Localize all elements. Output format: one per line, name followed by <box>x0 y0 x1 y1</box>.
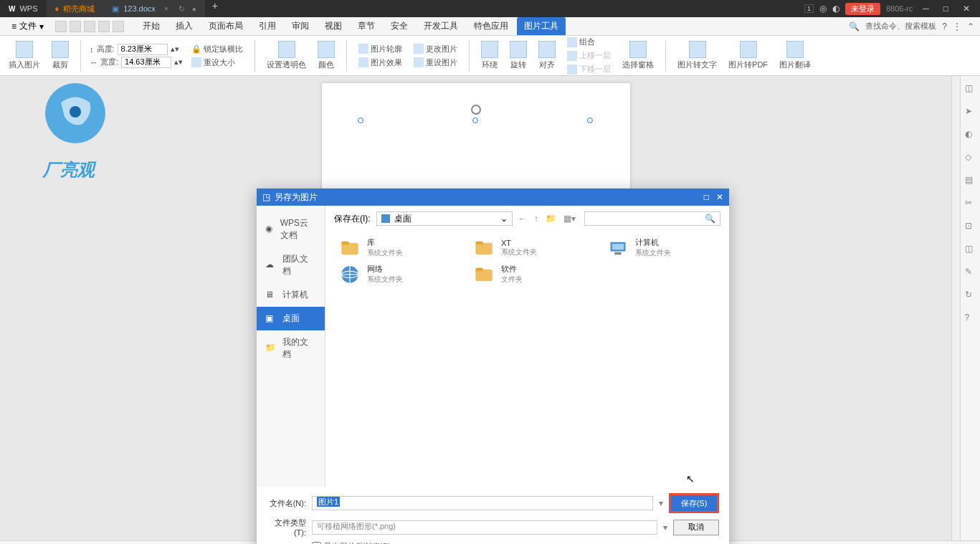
sidebar-computer[interactable]: 🖥计算机 <box>257 283 325 307</box>
up-icon[interactable]: ↑ <box>534 214 538 224</box>
transparency-group[interactable]: 设置透明色 <box>264 41 309 70</box>
outline-icon[interactable]: ▤ <box>965 175 976 186</box>
print-icon[interactable] <box>70 21 81 32</box>
group-button[interactable]: 组合 <box>564 35 614 49</box>
selection-handle[interactable] <box>358 118 363 123</box>
height-input[interactable] <box>118 44 168 55</box>
tab-image-tools[interactable]: 图片工具 <box>517 17 566 35</box>
align-group[interactable]: 对齐 <box>536 41 558 70</box>
move-down-button[interactable]: 下移一层 <box>564 62 614 76</box>
image-icon[interactable]: ◫ <box>965 244 976 255</box>
new-folder-icon[interactable]: 📁 <box>546 214 556 224</box>
folder-network[interactable]: 网络系统文件夹 <box>337 262 449 286</box>
location-search[interactable]: 🔍 <box>584 211 720 226</box>
outline-button[interactable]: 图片轮廓 <box>356 42 405 56</box>
tab-insert[interactable]: 插入 <box>168 17 200 35</box>
export-preview-checkbox[interactable]: 导出图片后浏览(O) <box>312 541 719 544</box>
tools-icon[interactable]: ✎ <box>965 267 976 278</box>
doc-tab[interactable]: ▣ 123.docx × ↻ ● <box>103 0 205 17</box>
translate-group[interactable]: 图片翻译 <box>776 41 814 70</box>
select-pane-group[interactable]: 选择窗格 <box>619 41 657 70</box>
tab-close-icon[interactable]: × <box>164 5 168 13</box>
undo-icon[interactable] <box>98 21 110 32</box>
stepper-icon[interactable]: ▴▾ <box>171 44 179 54</box>
maximize-icon[interactable]: □ <box>939 4 953 14</box>
search-icon[interactable]: 🔍 <box>849 22 860 32</box>
reset-size-button[interactable]: 重设大小 <box>189 56 246 70</box>
help-icon[interactable]: ? <box>965 312 976 324</box>
effect-button[interactable]: 图片效果 <box>356 56 405 70</box>
close-icon[interactable]: ✕ <box>958 4 974 14</box>
redo-icon[interactable] <box>113 21 124 32</box>
login-button[interactable]: 未登录 <box>845 3 880 15</box>
tab-layout[interactable]: 页面布局 <box>201 17 250 35</box>
menu-file-button[interactable]: ≡ 文件 ▾ <box>6 20 49 32</box>
tab-view[interactable]: 视图 <box>318 17 349 35</box>
color-group[interactable]: 颜色 <box>315 41 338 70</box>
to-pdf-group[interactable]: 图片转PDF <box>726 41 771 70</box>
wrap-group[interactable]: 环绕 <box>478 41 501 70</box>
daoke-tab[interactable]: ♦ 稻壳商城 <box>47 0 104 17</box>
help-icon[interactable]: ? <box>942 22 947 32</box>
filetype-dropdown[interactable]: 可移植网络图形(*.png) <box>312 520 657 535</box>
location-dropdown[interactable]: 桌面 ⌄ <box>376 211 513 226</box>
width-input[interactable] <box>121 57 171 68</box>
tab-security[interactable]: 安全 <box>384 17 415 35</box>
minimize-icon[interactable]: ─ <box>918 4 933 14</box>
back-icon[interactable]: ← <box>518 214 527 224</box>
badge-icon[interactable]: 1 <box>804 4 814 13</box>
tab-special[interactable]: 特色应用 <box>467 17 515 35</box>
folder-library[interactable]: 库系统文件夹 <box>337 236 449 259</box>
tab-reference[interactable]: 引用 <box>252 17 283 35</box>
sidebar-team[interactable]: ☁团队文档 <box>257 247 325 283</box>
save-icon[interactable] <box>55 21 67 32</box>
tab-refresh-icon[interactable]: ↻ <box>179 4 185 14</box>
wps-tab[interactable]: W WPS <box>0 0 47 17</box>
preview-icon[interactable] <box>84 21 95 32</box>
tab-devtools[interactable]: 开发工具 <box>417 17 465 35</box>
cloud-icon[interactable]: ◎ <box>819 4 827 14</box>
tab-add-button[interactable]: + <box>205 0 225 17</box>
filename-input[interactable]: 图片1 <box>312 496 653 510</box>
skin-icon[interactable]: ◐ <box>832 4 839 14</box>
lock-ratio-button[interactable]: 🔒锁定纵横比 <box>189 42 246 56</box>
dialog-header[interactable]: ◳ 另存为图片 □ ✕ <box>257 189 729 206</box>
style-icon[interactable]: ◐ <box>965 129 976 140</box>
insert-image-group[interactable]: 插入图片 <box>6 41 43 70</box>
filetype-dropdown-icon[interactable]: ▾ <box>663 522 667 533</box>
folder-user[interactable]: XT系统文件夹 <box>471 236 584 259</box>
rotate-handle[interactable] <box>471 105 481 115</box>
sidebar-desktop[interactable]: ▣桌面 <box>257 307 325 330</box>
close-dialog-icon[interactable]: ✕ <box>716 192 723 202</box>
more-icon[interactable]: ⋮ <box>953 22 961 32</box>
sidebar-mydocs[interactable]: 📁我的文档 <box>257 330 325 366</box>
rotate-group[interactable]: 旋转 <box>507 41 530 70</box>
reset-image-button[interactable]: 重设图片 <box>411 56 460 70</box>
move-up-button[interactable]: 上移一层 <box>564 49 614 62</box>
maximize-dialog-icon[interactable]: □ <box>704 192 709 202</box>
shapes-icon[interactable]: ◇ <box>965 152 976 163</box>
clip-icon[interactable]: ✂ <box>965 198 976 209</box>
history-icon[interactable]: ↻ <box>965 290 976 301</box>
filename-dropdown-icon[interactable]: ▾ <box>659 498 663 508</box>
task-pane-icon[interactable]: ◫ <box>965 83 976 95</box>
selection-handle[interactable] <box>472 118 478 123</box>
collapse-icon[interactable]: ⌃ <box>967 22 974 32</box>
folder-software[interactable]: 软件文件夹 <box>471 262 584 286</box>
change-image-button[interactable]: 更改图片 <box>411 42 460 56</box>
view-icon[interactable]: ▦▾ <box>563 214 576 224</box>
nav-icon[interactable]: ⊡ <box>965 221 976 232</box>
tab-start[interactable]: 开始 <box>135 17 167 35</box>
tab-pin-icon[interactable]: ● <box>192 5 196 13</box>
scrollbar-vertical[interactable] <box>951 76 960 540</box>
stepper-icon[interactable]: ▴▾ <box>174 57 183 67</box>
cursor-icon[interactable]: ➤ <box>965 106 976 118</box>
selection-handle[interactable] <box>587 118 593 123</box>
crop-group[interactable]: 裁剪 <box>49 41 72 70</box>
tab-review[interactable]: 审阅 <box>285 17 316 35</box>
sidebar-cloud[interactable]: ◉WPS云文档 <box>257 211 325 247</box>
tab-section[interactable]: 章节 <box>351 17 382 35</box>
search-hint[interactable]: 查找命令、搜索模板 <box>865 21 936 32</box>
to-text-group[interactable]: 图片转文字 <box>675 41 720 70</box>
folder-computer[interactable]: 计算机系统文件夹 <box>605 236 718 259</box>
